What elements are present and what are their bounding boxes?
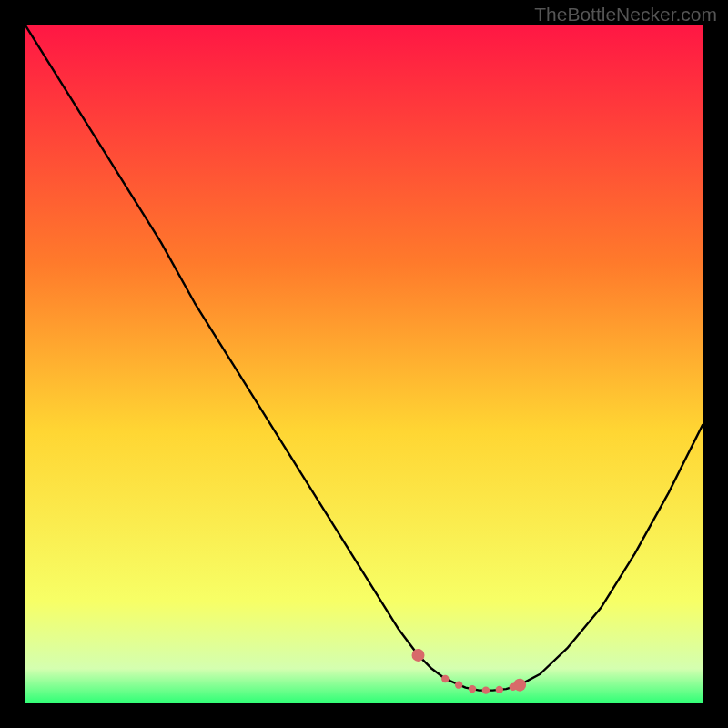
flat-segment-dots-point (496, 686, 503, 693)
chart-plot-area (25, 25, 703, 703)
watermark-text: TheBottleNecker.com (534, 4, 717, 25)
optimal-range-markers-point (412, 649, 425, 662)
flat-segment-dots-point (441, 675, 449, 682)
flat-segment-dots-point (482, 686, 490, 693)
svg-rect-0 (25, 25, 703, 703)
flat-segment-dots-point (469, 685, 476, 693)
flat-segment-dots-point (509, 683, 516, 691)
chart-svg (25, 25, 703, 703)
flat-segment-dots-point (455, 681, 462, 688)
